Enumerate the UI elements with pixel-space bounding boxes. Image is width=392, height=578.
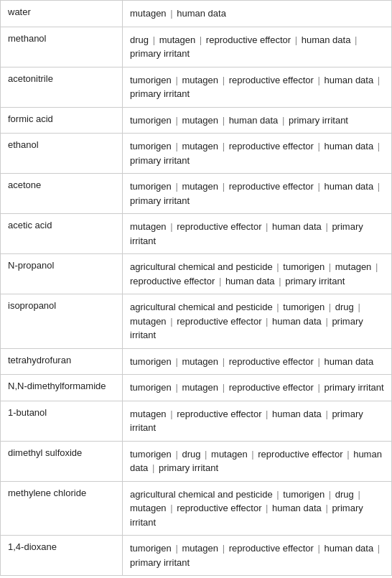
tag-separator: | — [315, 382, 323, 393]
tag-label: human data — [325, 356, 374, 367]
tag-separator: | — [150, 34, 158, 45]
tag-separator: | — [220, 382, 228, 393]
tag-separator: | — [220, 543, 228, 554]
table-row: formic acidtumorigen | mutagen | human d… — [1, 107, 392, 134]
tag-label: tumorigen — [130, 543, 172, 554]
tag-label: tumorigen — [130, 141, 172, 152]
tag-separator: | — [279, 115, 287, 126]
tag-label: human data — [302, 34, 351, 45]
tag-separator: | — [173, 382, 181, 393]
chemical-name: dimethyl sulfoxide — [1, 441, 123, 481]
tag-separator: | — [292, 34, 300, 45]
tag-label: reproductive effector — [130, 276, 215, 286]
tag-label: mutagen — [130, 503, 167, 513]
tag-label: mutagen — [182, 181, 218, 192]
table-row: acetonetumorigen | mutagen | reproductiv… — [1, 174, 392, 214]
tag-label: drug — [130, 34, 149, 45]
tag-separator: | — [323, 409, 331, 419]
chemical-name: methanol — [1, 27, 123, 67]
chemical-name: 1-butanol — [1, 401, 123, 441]
chemical-tags: tumorigen | mutagen | reproductive effec… — [123, 134, 392, 174]
tag-separator: | — [315, 141, 323, 152]
chemical-tags: tumorigen | mutagen | reproductive effec… — [123, 174, 392, 214]
tag-label: reproductive effector — [229, 543, 314, 554]
tag-label: tumorigen — [283, 261, 325, 272]
table-row: 1,4-dioxanetumorigen | mutagen | reprodu… — [1, 536, 392, 576]
tag-separator: | — [323, 221, 331, 232]
tag-label: mutagen — [182, 75, 218, 85]
tag-separator: | — [315, 543, 323, 554]
tag-label: human data — [325, 543, 374, 554]
tag-label: human data — [272, 316, 322, 327]
tag-separator: | — [352, 34, 357, 45]
tag-separator: | — [173, 75, 181, 85]
chemical-tags: tumorigen | drug | mutagen | reproductiv… — [123, 441, 392, 481]
tag-separator: | — [149, 462, 157, 473]
tag-separator: | — [274, 302, 282, 312]
tag-separator: | — [168, 409, 176, 419]
tag-separator: | — [375, 141, 380, 152]
table-row: methanoldrug | mutagen | reproductive ef… — [1, 27, 392, 67]
tag-separator: | — [220, 181, 228, 192]
chemical-name: water — [1, 1, 123, 27]
table-row: dimethyl sulfoxidetumorigen | drug | mut… — [1, 441, 392, 481]
tag-label: primary irritant — [159, 462, 218, 473]
tag-label: tumorigen — [283, 489, 325, 500]
tag-separator: | — [326, 261, 334, 272]
tag-label: human data — [272, 409, 322, 419]
tag-label: primary irritant — [325, 382, 384, 393]
tag-label: mutagen — [182, 382, 218, 393]
tag-label: reproductive effector — [229, 356, 314, 367]
tag-separator: | — [168, 316, 176, 327]
chemicals-table: watermutagen | human datamethanoldrug | … — [0, 0, 392, 576]
tag-label: human data — [272, 221, 322, 232]
tag-separator: | — [355, 489, 360, 500]
tag-label: reproductive effector — [229, 141, 314, 152]
tag-separator: | — [375, 543, 380, 554]
table-row: tetrahydrofurantumorigen | mutagen | rep… — [1, 348, 392, 375]
tag-separator: | — [168, 503, 176, 513]
tag-separator: | — [173, 449, 181, 460]
chemical-name: acetone — [1, 174, 123, 214]
chemical-tags: agricultural chemical and pesticide | tu… — [123, 294, 392, 349]
tag-label: mutagen — [182, 115, 218, 126]
chemical-tags: mutagen | human data — [123, 1, 392, 27]
tag-separator: | — [355, 302, 360, 312]
tag-label: mutagen — [182, 543, 218, 554]
tag-label: human data — [325, 181, 374, 192]
table-row: 1-butanolmutagen | reproductive effector… — [1, 401, 392, 441]
chemical-name: isopropanol — [1, 294, 123, 349]
tag-label: tumorigen — [130, 181, 172, 192]
tag-label: primary irritant — [130, 48, 190, 59]
tag-label: mutagen — [130, 409, 167, 419]
table-row: acetonitriletumorigen | mutagen | reprod… — [1, 67, 392, 107]
tag-label: tumorigen — [130, 449, 172, 460]
tag-label: reproductive effector — [177, 316, 261, 327]
tag-separator: | — [168, 221, 176, 232]
chemical-tags: tumorigen | mutagen | human data | prima… — [123, 107, 392, 134]
chemical-tags: drug | mutagen | reproductive effector |… — [123, 27, 392, 67]
tag-separator: | — [276, 276, 284, 286]
tag-separator: | — [326, 302, 334, 312]
tag-separator: | — [315, 75, 323, 85]
table-row: isopropanolagricultural chemical and pes… — [1, 294, 392, 349]
tag-separator: | — [173, 543, 181, 554]
tag-label: primary irritant — [285, 276, 345, 286]
chemical-tags: tumorigen | mutagen | reproductive effec… — [123, 348, 392, 375]
tag-separator: | — [173, 115, 181, 126]
tag-label: mutagen — [130, 221, 167, 232]
tag-label: human data — [325, 141, 374, 152]
chemical-tags: agricultural chemical and pesticide | tu… — [123, 481, 392, 536]
tag-label: human data — [325, 75, 374, 85]
tag-label: reproductive effector — [258, 449, 342, 460]
tag-label: tumorigen — [283, 302, 325, 312]
chemical-name: N,N-dimethylformamide — [1, 375, 123, 401]
tag-separator: | — [315, 356, 323, 367]
chemical-tags: mutagen | reproductive effector | human … — [123, 214, 392, 254]
tag-separator: | — [263, 221, 271, 232]
tag-label: tumorigen — [130, 356, 172, 367]
tag-label: human data — [272, 503, 322, 513]
chemical-name: tetrahydrofuran — [1, 348, 123, 375]
tag-label: reproductive effector — [229, 75, 314, 85]
tag-separator: | — [274, 261, 282, 272]
